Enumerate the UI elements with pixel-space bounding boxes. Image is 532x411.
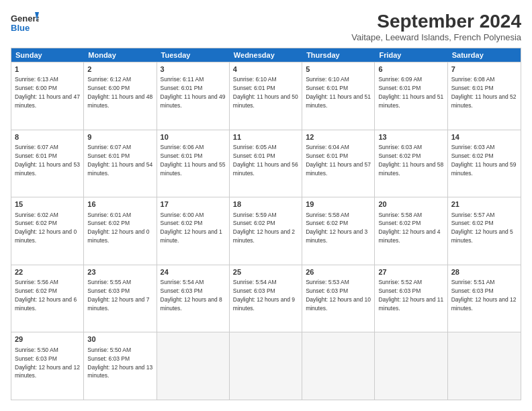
empty-cell [448,332,521,400]
page: GeneralBlue September 2024 Vaitape, Leew… [0,0,532,411]
day-cell-14: 14 Sunrise: 6:03 AM Sunset: 6:02 PM Dayl… [448,130,521,197]
sunrise-info: Sunrise: 5:55 AM [87,279,131,285]
sunrise-info: Sunrise: 5:56 AM [15,279,58,285]
sunrise-info: Sunrise: 5:52 AM [378,279,422,285]
sunset-info: Sunset: 6:01 PM [306,152,348,159]
empty-cell [230,332,302,400]
day-number: 28 [451,267,517,277]
svg-text:Blue: Blue [11,23,30,33]
daylight-info: Daylight: 11 hours and 59 minutes. [451,161,517,177]
sunset-info: Sunset: 6:02 PM [451,152,494,159]
sunset-info: Sunset: 6:02 PM [87,220,130,226]
day-number: 6 [378,64,443,75]
daylight-info: Daylight: 11 hours and 54 minutes. [87,161,152,177]
empty-cell [375,332,447,400]
sunset-info: Sunset: 6:03 PM [87,355,130,362]
sunrise-info: Sunrise: 5:50 AM [15,347,58,353]
sunset-info: Sunset: 6:02 PM [161,220,203,226]
day-cell-8: 8 Sunrise: 6:07 AM Sunset: 6:01 PM Dayli… [11,130,84,197]
sunset-info: Sunset: 6:00 PM [87,85,130,91]
day-number: 8 [15,132,80,142]
sunset-info: Sunset: 6:03 PM [233,287,275,294]
day-cell-16: 16 Sunrise: 6:01 AM Sunset: 6:02 PM Dayl… [84,197,157,265]
daylight-info: Daylight: 12 hours and 5 minutes. [451,228,513,244]
sunrise-info: Sunrise: 5:51 AM [451,279,495,285]
day-number: 18 [233,199,298,210]
daylight-info: Daylight: 11 hours and 58 minutes. [378,161,443,177]
sunrise-info: Sunrise: 6:06 AM [161,144,204,150]
daylight-info: Daylight: 12 hours and 3 minutes. [306,228,367,244]
day-number: 5 [306,64,371,75]
sunrise-info: Sunrise: 6:02 AM [15,212,58,218]
title-block: September 2024 Vaitape, Leeward Islands,… [351,11,521,42]
daylight-info: Daylight: 11 hours and 51 minutes. [378,93,443,109]
header-day-thursday: Thursday [302,48,375,62]
daylight-info: Daylight: 11 hours and 57 minutes. [306,161,371,177]
header-day-friday: Friday [375,48,447,62]
sunrise-info: Sunrise: 5:53 AM [306,279,349,285]
day-cell-29: 29 Sunrise: 5:50 AM Sunset: 6:03 PM Dayl… [11,332,84,400]
sunset-info: Sunset: 6:01 PM [87,152,130,159]
daylight-info: Daylight: 12 hours and 1 minute. [161,228,222,244]
daylight-info: Daylight: 11 hours and 50 minutes. [233,93,298,109]
sunrise-info: Sunrise: 6:04 AM [306,144,349,150]
day-number: 17 [161,199,226,210]
empty-cell [302,332,375,400]
daylight-info: Daylight: 12 hours and 12 minutes. [451,296,517,312]
day-cell-5: 5 Sunrise: 6:10 AM Sunset: 6:01 PM Dayli… [302,62,375,130]
sunrise-info: Sunrise: 6:03 AM [451,144,495,150]
day-cell-2: 2 Sunrise: 6:12 AM Sunset: 6:00 PM Dayli… [84,62,157,130]
daylight-info: Daylight: 12 hours and 6 minutes. [15,296,77,312]
sunrise-info: Sunrise: 5:57 AM [451,212,495,218]
sunrise-info: Sunrise: 6:08 AM [451,76,495,83]
day-cell-19: 19 Sunrise: 5:58 AM Sunset: 6:02 PM Dayl… [302,197,375,265]
sunrise-info: Sunrise: 6:10 AM [306,76,349,83]
day-cell-12: 12 Sunrise: 6:04 AM Sunset: 6:01 PM Dayl… [302,130,375,197]
sunset-info: Sunset: 6:02 PM [378,152,420,159]
calendar-row-2: 8 Sunrise: 6:07 AM Sunset: 6:01 PM Dayli… [11,130,521,197]
sunset-info: Sunset: 6:03 PM [306,287,348,294]
day-cell-28: 28 Sunrise: 5:51 AM Sunset: 6:03 PM Dayl… [448,265,521,332]
sunrise-info: Sunrise: 5:58 AM [306,212,349,218]
daylight-info: Daylight: 12 hours and 13 minutes. [87,364,152,379]
svg-text:General: General [11,13,39,24]
daylight-info: Daylight: 12 hours and 11 minutes. [378,296,443,312]
day-cell-10: 10 Sunrise: 6:06 AM Sunset: 6:01 PM Dayl… [157,130,230,197]
day-cell-25: 25 Sunrise: 5:54 AM Sunset: 6:03 PM Dayl… [230,265,302,332]
day-cell-23: 23 Sunrise: 5:55 AM Sunset: 6:03 PM Dayl… [84,265,157,332]
day-number: 30 [87,334,152,345]
daylight-info: Daylight: 12 hours and 7 minutes. [87,296,149,312]
sunrise-info: Sunrise: 6:11 AM [161,76,204,83]
sunset-info: Sunset: 6:03 PM [451,287,494,294]
sunset-info: Sunset: 6:01 PM [451,85,494,91]
daylight-info: Daylight: 11 hours and 55 minutes. [161,161,226,177]
day-number: 23 [87,267,152,277]
sunset-info: Sunset: 6:01 PM [161,85,203,91]
sunset-info: Sunset: 6:03 PM [378,287,420,294]
daylight-info: Daylight: 11 hours and 53 minutes. [15,161,80,177]
day-number: 20 [378,199,443,210]
daylight-info: Daylight: 11 hours and 48 minutes. [87,93,152,109]
day-number: 2 [87,64,152,75]
day-number: 16 [87,199,152,210]
day-number: 7 [451,64,517,75]
sunrise-info: Sunrise: 6:09 AM [378,76,422,83]
daylight-info: Daylight: 12 hours and 12 minutes. [15,364,80,379]
day-cell-15: 15 Sunrise: 6:02 AM Sunset: 6:02 PM Dayl… [11,197,84,265]
sunset-info: Sunset: 6:02 PM [15,287,57,294]
header-day-tuesday: Tuesday [157,48,230,62]
calendar-row-1: 1 Sunrise: 6:13 AM Sunset: 6:00 PM Dayli… [11,62,521,130]
sunset-info: Sunset: 6:01 PM [233,152,275,159]
daylight-info: Daylight: 11 hours and 52 minutes. [451,93,517,109]
day-cell-9: 9 Sunrise: 6:07 AM Sunset: 6:01 PM Dayli… [84,130,157,197]
header-day-wednesday: Wednesday [230,48,302,62]
daylight-info: Daylight: 11 hours and 51 minutes. [306,93,371,109]
day-cell-3: 3 Sunrise: 6:11 AM Sunset: 6:01 PM Dayli… [157,62,230,130]
header: GeneralBlue September 2024 Vaitape, Leew… [11,11,521,42]
day-number: 13 [378,132,443,142]
sunrise-info: Sunrise: 6:01 AM [87,212,131,218]
calendar-body: 1 Sunrise: 6:13 AM Sunset: 6:00 PM Dayli… [11,62,521,400]
day-cell-27: 27 Sunrise: 5:52 AM Sunset: 6:03 PM Dayl… [375,265,447,332]
day-number: 24 [161,267,226,277]
daylight-info: Daylight: 11 hours and 49 minutes. [161,93,226,109]
